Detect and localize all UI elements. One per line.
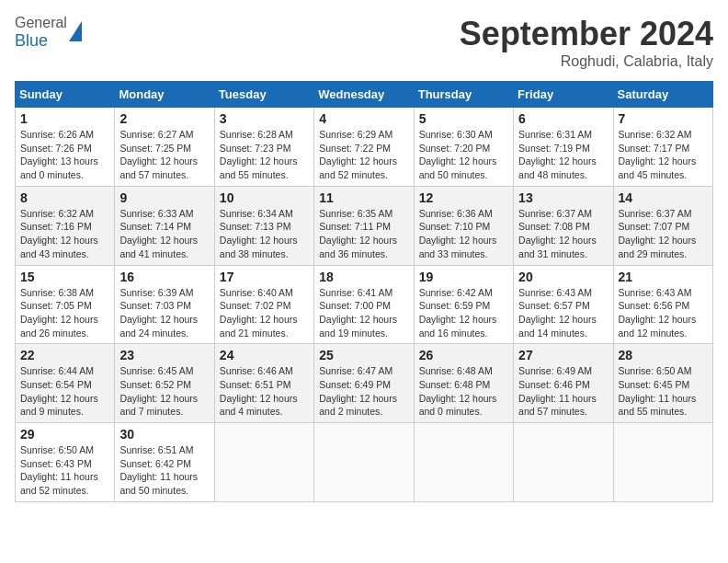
- weekday-header: Thursday: [414, 82, 513, 108]
- day-number: 15: [20, 270, 109, 284]
- day-info: Sunrise: 6:27 AM Sunset: 7:25 PM Dayligh…: [119, 128, 209, 182]
- day-number: 1: [20, 111, 109, 126]
- calendar-cell: 9Sunrise: 6:33 AM Sunset: 7:14 PM Daylig…: [115, 186, 214, 265]
- logo-arrow-icon: [69, 21, 82, 41]
- logo: General Blue: [15, 15, 82, 51]
- day-info: Sunrise: 6:35 AM Sunset: 7:11 PM Dayligh…: [319, 207, 408, 261]
- day-number: 20: [518, 270, 608, 284]
- day-number: 14: [619, 190, 708, 205]
- day-info: Sunrise: 6:38 AM Sunset: 7:05 PM Dayligh…: [20, 286, 109, 340]
- day-info: Sunrise: 6:26 AM Sunset: 7:26 PM Dayligh…: [20, 128, 109, 182]
- day-number: 8: [20, 190, 109, 205]
- day-number: 26: [419, 348, 508, 362]
- day-number: 18: [319, 270, 408, 284]
- day-info: Sunrise: 6:44 AM Sunset: 6:54 PM Dayligh…: [20, 364, 109, 419]
- month-title: September 2024: [460, 15, 713, 53]
- page-header: General Blue September 2024 Roghudi, Cal…: [15, 15, 713, 70]
- weekday-header: Monday: [115, 82, 214, 108]
- day-info: Sunrise: 6:37 AM Sunset: 7:07 PM Dayligh…: [619, 207, 708, 261]
- day-number: 16: [119, 270, 209, 284]
- day-number: 27: [518, 348, 608, 362]
- weekday-header: Tuesday: [214, 82, 313, 108]
- day-number: 24: [220, 348, 309, 362]
- day-info: Sunrise: 6:28 AM Sunset: 7:23 PM Dayligh…: [220, 128, 309, 182]
- weekday-header: Wednesday: [314, 82, 414, 108]
- calendar-cell: 22Sunrise: 6:44 AM Sunset: 6:54 PM Dayli…: [16, 344, 115, 423]
- day-number: 4: [319, 111, 408, 126]
- calendar-cell: 10Sunrise: 6:34 AM Sunset: 7:13 PM Dayli…: [214, 186, 313, 265]
- day-number: 25: [319, 348, 408, 362]
- calendar-cell: 21Sunrise: 6:43 AM Sunset: 6:56 PM Dayli…: [613, 265, 712, 344]
- title-block: September 2024 Roghudi, Calabria, Italy: [460, 15, 713, 70]
- day-info: Sunrise: 6:33 AM Sunset: 7:14 PM Dayligh…: [119, 207, 209, 261]
- day-info: Sunrise: 6:50 AM Sunset: 6:43 PM Dayligh…: [20, 443, 109, 498]
- calendar-cell: 13Sunrise: 6:37 AM Sunset: 7:08 PM Dayli…: [514, 186, 613, 265]
- weekday-header: Friday: [514, 82, 613, 108]
- calendar-cell: [314, 423, 414, 502]
- calendar-cell: 5Sunrise: 6:30 AM Sunset: 7:20 PM Daylig…: [414, 108, 513, 187]
- day-info: Sunrise: 6:43 AM Sunset: 6:56 PM Dayligh…: [619, 286, 708, 340]
- calendar-cell: 12Sunrise: 6:36 AM Sunset: 7:10 PM Dayli…: [414, 186, 513, 265]
- logo-general: General: [15, 15, 67, 31]
- day-info: Sunrise: 6:34 AM Sunset: 7:13 PM Dayligh…: [220, 207, 309, 261]
- calendar-cell: [414, 423, 513, 502]
- location: Roghudi, Calabria, Italy: [460, 53, 713, 70]
- calendar-cell: 29Sunrise: 6:50 AM Sunset: 6:43 PM Dayli…: [16, 423, 115, 502]
- calendar-cell: 14Sunrise: 6:37 AM Sunset: 7:07 PM Dayli…: [613, 186, 712, 265]
- day-info: Sunrise: 6:31 AM Sunset: 7:19 PM Dayligh…: [518, 128, 608, 182]
- day-number: 3: [220, 111, 309, 126]
- day-number: 28: [619, 348, 708, 362]
- day-info: Sunrise: 6:46 AM Sunset: 6:51 PM Dayligh…: [220, 364, 309, 419]
- day-info: Sunrise: 6:32 AM Sunset: 7:16 PM Dayligh…: [20, 207, 109, 261]
- day-info: Sunrise: 6:47 AM Sunset: 6:49 PM Dayligh…: [319, 364, 408, 419]
- calendar-cell: [514, 423, 613, 502]
- day-info: Sunrise: 6:36 AM Sunset: 7:10 PM Dayligh…: [419, 207, 508, 261]
- day-number: 17: [220, 270, 309, 284]
- day-info: Sunrise: 6:32 AM Sunset: 7:17 PM Dayligh…: [619, 128, 708, 182]
- day-info: Sunrise: 6:40 AM Sunset: 7:02 PM Dayligh…: [220, 286, 309, 340]
- day-info: Sunrise: 6:48 AM Sunset: 6:48 PM Dayligh…: [419, 364, 508, 419]
- day-info: Sunrise: 6:43 AM Sunset: 6:57 PM Dayligh…: [518, 286, 608, 340]
- logo-blue: Blue: [15, 31, 67, 51]
- calendar-cell: 28Sunrise: 6:50 AM Sunset: 6:45 PM Dayli…: [613, 344, 712, 423]
- day-number: 10: [220, 190, 309, 205]
- day-info: Sunrise: 6:30 AM Sunset: 7:20 PM Dayligh…: [419, 128, 508, 182]
- calendar-cell: 16Sunrise: 6:39 AM Sunset: 7:03 PM Dayli…: [115, 265, 214, 344]
- calendar-cell: 26Sunrise: 6:48 AM Sunset: 6:48 PM Dayli…: [414, 344, 513, 423]
- calendar-cell: 24Sunrise: 6:46 AM Sunset: 6:51 PM Dayli…: [214, 344, 313, 423]
- day-info: Sunrise: 6:41 AM Sunset: 7:00 PM Dayligh…: [319, 286, 408, 340]
- day-number: 7: [619, 111, 708, 126]
- day-number: 12: [419, 190, 508, 205]
- day-number: 9: [119, 190, 209, 205]
- day-number: 2: [119, 111, 209, 126]
- calendar-cell: 6Sunrise: 6:31 AM Sunset: 7:19 PM Daylig…: [514, 108, 613, 187]
- calendar-cell: 19Sunrise: 6:42 AM Sunset: 6:59 PM Dayli…: [414, 265, 513, 344]
- day-info: Sunrise: 6:29 AM Sunset: 7:22 PM Dayligh…: [319, 128, 408, 182]
- day-number: 13: [518, 190, 608, 205]
- calendar-cell: 8Sunrise: 6:32 AM Sunset: 7:16 PM Daylig…: [16, 186, 115, 265]
- calendar-cell: [214, 423, 313, 502]
- day-info: Sunrise: 6:42 AM Sunset: 6:59 PM Dayligh…: [419, 286, 508, 340]
- day-info: Sunrise: 6:45 AM Sunset: 6:52 PM Dayligh…: [119, 364, 209, 419]
- day-number: 5: [419, 111, 508, 126]
- calendar-cell: 15Sunrise: 6:38 AM Sunset: 7:05 PM Dayli…: [16, 265, 115, 344]
- day-number: 19: [419, 270, 508, 284]
- day-number: 22: [20, 348, 109, 362]
- day-info: Sunrise: 6:50 AM Sunset: 6:45 PM Dayligh…: [619, 364, 708, 419]
- day-number: 23: [119, 348, 209, 362]
- day-info: Sunrise: 6:37 AM Sunset: 7:08 PM Dayligh…: [518, 207, 608, 261]
- day-number: 21: [619, 270, 708, 284]
- calendar-cell: 18Sunrise: 6:41 AM Sunset: 7:00 PM Dayli…: [314, 265, 414, 344]
- day-number: 11: [319, 190, 408, 205]
- weekday-header: Sunday: [16, 82, 115, 108]
- day-info: Sunrise: 6:49 AM Sunset: 6:46 PM Dayligh…: [518, 364, 608, 419]
- calendar-cell: 4Sunrise: 6:29 AM Sunset: 7:22 PM Daylig…: [314, 108, 414, 187]
- day-number: 6: [518, 111, 608, 126]
- calendar-cell: 2Sunrise: 6:27 AM Sunset: 7:25 PM Daylig…: [115, 108, 214, 187]
- day-number: 30: [119, 427, 209, 442]
- calendar-cell: 7Sunrise: 6:32 AM Sunset: 7:17 PM Daylig…: [613, 108, 712, 187]
- calendar-cell: 27Sunrise: 6:49 AM Sunset: 6:46 PM Dayli…: [514, 344, 613, 423]
- calendar-cell: 20Sunrise: 6:43 AM Sunset: 6:57 PM Dayli…: [514, 265, 613, 344]
- calendar-table: SundayMondayTuesdayWednesdayThursdayFrid…: [15, 81, 713, 502]
- day-info: Sunrise: 6:39 AM Sunset: 7:03 PM Dayligh…: [119, 286, 209, 340]
